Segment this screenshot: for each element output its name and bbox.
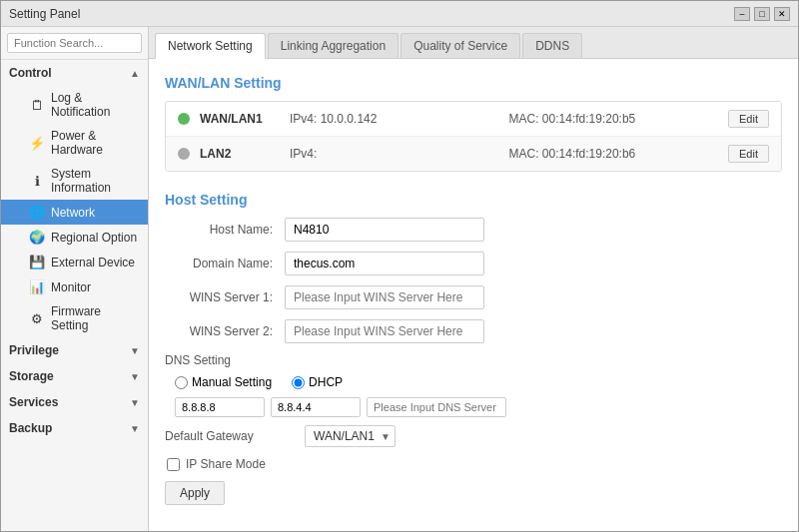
sidebar-section-storage-header[interactable]: Storage ▼ — [1, 363, 148, 389]
gateway-value: WAN/LAN1 — [310, 428, 379, 444]
sidebar-item-monitor-label: Monitor — [51, 280, 91, 294]
dns-server-1-input[interactable] — [175, 397, 265, 417]
control-arrow-icon: ▲ — [130, 68, 140, 79]
sidebar-item-log-notification-label: Log & Notification — [51, 91, 140, 119]
sidebar-section-control: Control ▲ 🗒 Log & Notification ⚡ Power &… — [1, 60, 148, 200]
domain-name-input[interactable] — [285, 252, 484, 275]
sidebar-section-services-header[interactable]: Services ▼ — [1, 389, 148, 415]
sidebar-section-privilege-label: Privilege — [9, 343, 59, 357]
wins-server-1-input[interactable] — [285, 285, 484, 309]
sidebar-item-network[interactable]: 🌐 Network — [1, 200, 148, 225]
wan-lan-section-title: WAN/LAN Setting — [165, 75, 782, 91]
default-gateway-select[interactable]: WAN/LAN1 ▼ — [305, 425, 396, 447]
panel-content: WAN/LAN Setting WAN/LAN1 IPv4: 10.0.0.14… — [149, 59, 798, 531]
dns-server-2-input[interactable] — [271, 397, 361, 417]
domain-name-label: Domain Name: — [165, 257, 285, 270]
close-button[interactable]: ✕ — [774, 7, 790, 21]
lan2-edit-button[interactable]: Edit — [728, 145, 769, 163]
sidebar: Control ▲ 🗒 Log & Notification ⚡ Power &… — [1, 27, 149, 531]
setting-panel-window: Setting Panel – □ ✕ Control ▲ 🗒 Log & No… — [0, 0, 799, 532]
restore-button[interactable]: □ — [754, 7, 770, 21]
manual-setting-label: Manual Setting — [192, 375, 272, 389]
sidebar-section-services-label: Services — [9, 395, 58, 409]
wan-lan1-edit-button[interactable]: Edit — [728, 110, 769, 128]
sidebar-item-system-information[interactable]: ℹ System Information — [1, 162, 148, 200]
sidebar-section-backup-label: Backup — [9, 421, 52, 435]
dns-radio-group: Manual Setting DHCP — [165, 375, 782, 389]
sidebar-item-power-hardware-label: Power & Hardware — [51, 129, 140, 157]
sidebar-item-system-information-label: System Information — [51, 167, 140, 195]
wins-server-2-input[interactable] — [285, 319, 484, 343]
wan-lan1-ipv4: IPv4: 10.0.0.142 — [290, 112, 499, 126]
services-arrow-icon: ▼ — [130, 397, 140, 408]
firmware-setting-icon: ⚙ — [29, 311, 45, 326]
tab-linking-aggregation[interactable]: Linking Aggregation — [268, 33, 399, 58]
default-gateway-row: Default Gateway WAN/LAN1 ▼ — [165, 425, 782, 447]
log-notification-icon: 🗒 — [29, 98, 45, 113]
lan2-ipv4: IPv4: — [290, 147, 499, 161]
privilege-arrow-icon: ▼ — [130, 345, 140, 356]
sidebar-item-power-hardware[interactable]: ⚡ Power & Hardware — [1, 124, 148, 162]
ip-share-mode-row: IP Share Mode — [165, 457, 782, 471]
external-device-icon: 💾 — [29, 255, 45, 269]
ip-share-label: IP Share Mode — [186, 457, 266, 471]
table-row: LAN2 IPv4: MAC: 00:14:fd:19:20:b6 Edit — [166, 137, 781, 171]
tab-network-setting[interactable]: Network Setting — [155, 33, 266, 59]
sidebar-item-firmware-setting[interactable]: ⚙ Firmware Setting — [1, 299, 148, 337]
dhcp-radio-group: DHCP — [292, 375, 343, 389]
backup-arrow-icon: ▼ — [130, 423, 140, 434]
sidebar-section-storage: Storage ▼ — [1, 363, 148, 389]
lan2-name: LAN2 — [200, 147, 280, 161]
wan-lan1-name: WAN/LAN1 — [200, 112, 280, 126]
lan2-status-dot — [178, 148, 190, 160]
host-setting-section-title: Host Setting — [165, 192, 782, 208]
sidebar-item-monitor[interactable]: 📊 Monitor — [1, 274, 148, 299]
wins-server-2-label: WINS Server 2: — [165, 324, 285, 338]
sidebar-item-external-device-label: External Device — [51, 256, 135, 269]
wins-server-1-row: WINS Server 1: — [165, 285, 782, 309]
sidebar-section-privilege-header[interactable]: Privilege ▼ — [1, 337, 148, 363]
title-bar: Setting Panel – □ ✕ — [1, 1, 798, 27]
window-title: Setting Panel — [9, 7, 80, 21]
search-box — [1, 27, 148, 60]
sidebar-item-log-notification[interactable]: 🗒 Log & Notification — [1, 86, 148, 124]
tab-ddns[interactable]: DDNS — [522, 33, 582, 58]
sidebar-item-regional-option[interactable]: 🌍 Regional Option — [1, 225, 148, 250]
host-name-input[interactable] — [285, 218, 484, 242]
system-information-icon: ℹ — [29, 174, 45, 189]
network-icon: 🌐 — [29, 205, 45, 220]
dhcp-label: DHCP — [309, 375, 343, 389]
apply-button[interactable]: Apply — [165, 481, 225, 505]
main-content: Control ▲ 🗒 Log & Notification ⚡ Power &… — [1, 27, 798, 531]
sidebar-section-backup-header[interactable]: Backup ▼ — [1, 415, 148, 441]
dns-server-3-input[interactable] — [367, 397, 506, 417]
sidebar-section-storage-label: Storage — [9, 369, 54, 383]
search-input[interactable] — [7, 33, 142, 53]
host-setting-form: Host Name: Domain Name: WINS Server 1: — [165, 218, 782, 343]
minimize-button[interactable]: – — [734, 7, 750, 21]
sidebar-section-privilege: Privilege ▼ — [1, 337, 148, 363]
monitor-icon: 📊 — [29, 279, 45, 294]
dns-section: DNS Setting Manual Setting DHCP — [165, 353, 782, 417]
sidebar-section-services: Services ▼ — [1, 389, 148, 415]
ip-share-checkbox[interactable] — [167, 458, 180, 471]
sidebar-item-firmware-setting-label: Firmware Setting — [51, 304, 140, 332]
domain-name-row: Domain Name: — [165, 252, 782, 275]
sidebar-section-control-label: Control — [9, 66, 52, 80]
dhcp-radio[interactable] — [292, 376, 305, 389]
dns-section-title: DNS Setting — [165, 353, 782, 367]
sidebar-section-control-header[interactable]: Control ▲ — [1, 60, 148, 86]
host-name-label: Host Name: — [165, 223, 285, 237]
sidebar-item-external-device[interactable]: 💾 External Device — [1, 250, 148, 274]
tabs-bar: Network Setting Linking Aggregation Qual… — [149, 27, 798, 59]
lan2-mac: MAC: 00:14:fd:19:20:b6 — [509, 147, 719, 161]
manual-setting-radio[interactable] — [175, 376, 188, 389]
storage-arrow-icon: ▼ — [130, 371, 140, 382]
content-area: Network Setting Linking Aggregation Qual… — [149, 27, 798, 531]
wins-server-2-row: WINS Server 2: — [165, 319, 782, 343]
sidebar-item-regional-option-label: Regional Option — [51, 231, 137, 245]
tab-quality-of-service[interactable]: Quality of Service — [400, 33, 520, 58]
power-hardware-icon: ⚡ — [29, 136, 45, 151]
sidebar-item-network-label: Network — [51, 206, 95, 220]
default-gateway-label: Default Gateway — [165, 429, 305, 443]
